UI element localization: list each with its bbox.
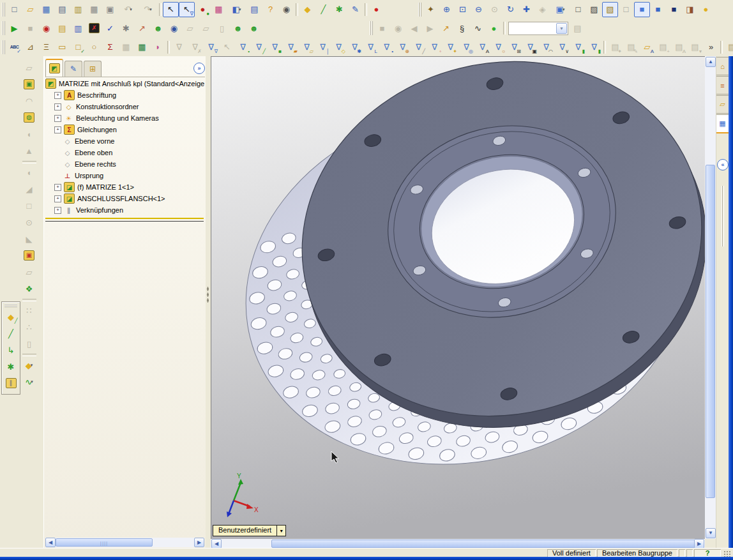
toggle-selection-filters[interactable]: ∇∇	[203, 40, 219, 55]
zoom-to-fit[interactable]: ✦	[423, 2, 439, 17]
no-hidden-lines[interactable]: □	[618, 2, 634, 17]
undo[interactable]: ↶▾	[118, 2, 138, 17]
rotate-3d[interactable]: ◈	[534, 2, 550, 17]
filter-select-arrow[interactable]: ↖	[219, 40, 235, 55]
make-drawing-from-part[interactable]: ▤	[54, 2, 70, 17]
filter-vertices[interactable]: ∇•	[235, 40, 251, 55]
wireframe[interactable]: □	[570, 2, 586, 17]
select[interactable]: ↖	[163, 2, 179, 17]
print[interactable]: ▦	[86, 2, 102, 17]
toolbar-overflow[interactable]: »	[703, 40, 719, 55]
filter-midpoints[interactable]: ∇•	[379, 40, 395, 55]
section-view[interactable]: ◨	[682, 2, 698, 17]
tree-expander[interactable]: +	[54, 207, 61, 214]
tree-item[interactable]: ⊥Ursprung	[45, 170, 205, 181]
tree-expander[interactable]: +	[54, 115, 61, 122]
quick-tips-help-icon[interactable]: ?	[694, 549, 721, 557]
filter-routing-points[interactable]: ∇▮	[586, 40, 602, 55]
options-list[interactable]: ▤	[246, 2, 262, 17]
filter-solid-bodies[interactable]: ∇▱	[299, 40, 315, 55]
tree-horizontal-scrollbar[interactable]: ◀ |||| ▶	[45, 538, 204, 547]
configurationmanager-tab[interactable]: ⊞	[84, 61, 102, 77]
annotation-new[interactable]: ▤✦	[607, 40, 623, 55]
filter-sketches[interactable]: ∇L	[363, 40, 379, 55]
tree-expander[interactable]: +	[54, 195, 61, 202]
simulation-calculate[interactable]: ◉	[390, 20, 406, 36]
feature-statistics[interactable]: ○	[86, 40, 102, 55]
measure[interactable]: ⊿	[22, 40, 38, 55]
tree-expander[interactable]: +	[54, 92, 61, 99]
approve-markup[interactable]: ✓	[102, 20, 118, 36]
zoom-in-out[interactable]: ⊕	[439, 2, 455, 17]
sketch[interactable]: ◆	[299, 2, 315, 17]
toolbar-drag-handle[interactable]	[2, 3, 5, 17]
filter-datums[interactable]: ∇▣	[522, 40, 538, 55]
filter-notes[interactable]: ∇A	[474, 40, 490, 55]
filter-faces[interactable]: ∇■	[267, 40, 283, 55]
import-diagnostics[interactable]: ▦	[118, 40, 134, 55]
animation-stop[interactable]: ■	[22, 20, 38, 36]
simulation-stop[interactable]: ■	[374, 20, 390, 36]
save[interactable]: ▦	[38, 2, 54, 17]
filter-axes[interactable]: ∇│	[315, 40, 331, 55]
hidden-lines-removed[interactable]: ▧	[602, 2, 618, 17]
scroll-right-button[interactable]: ▶	[694, 539, 704, 549]
curvature-check[interactable]: ◗	[150, 40, 166, 55]
viewport-horizontal-scrollbar[interactable]: ◀ ▶	[211, 539, 705, 549]
resize-grip[interactable]	[723, 550, 732, 557]
filter-balloons[interactable]: ∇○	[490, 40, 506, 55]
edrawings-globe[interactable]: ◉	[166, 20, 182, 36]
layers[interactable]: ▤	[724, 40, 733, 55]
mass-properties[interactable]: Ξ	[38, 40, 54, 55]
centerline-palette[interactable]: ╱	[3, 326, 19, 341]
mirror-components[interactable]: ▯	[21, 336, 37, 351]
fastener-with-points[interactable]: ▣	[21, 248, 37, 263]
filter-connection-points[interactable]: ∇▮	[570, 40, 586, 55]
pack-box-2[interactable]: ▱	[198, 20, 214, 36]
chevron-down-icon[interactable]: ▾	[239, 7, 241, 12]
simulationxpress-apple[interactable]: ●	[486, 20, 502, 36]
selection-filter-traffic-light[interactable]: ●●	[195, 2, 211, 17]
scroll-left-button[interactable]: ◀	[45, 538, 56, 547]
solidworks-resources-tab[interactable]: ⌂	[716, 57, 729, 75]
rollback-bar[interactable]	[45, 218, 204, 222]
filter-center-marks[interactable]: ∇⊕	[395, 40, 411, 55]
section-properties[interactable]: ▭	[54, 40, 70, 55]
design-table[interactable]: ▦	[134, 40, 150, 55]
filter-reference-points[interactable]: ∇◦	[427, 40, 442, 55]
tree-item[interactable]: +ΣGleichungen	[45, 124, 205, 135]
tree-item[interactable]: +◪(f) MATRIZE 1<1>	[45, 181, 205, 193]
propertymanager-tab[interactable]: ✎	[64, 61, 82, 77]
user-presence-2[interactable]: ☻	[230, 20, 246, 36]
chevron-down-icon[interactable]: ▾	[130, 7, 132, 12]
ink-gear[interactable]: ✱	[118, 20, 134, 36]
tree-expander[interactable]: +	[54, 184, 61, 191]
toolbar-drag-handle[interactable]	[418, 3, 421, 17]
filter-off[interactable]: ∇	[171, 40, 187, 55]
user-presence[interactable]: ☻	[150, 20, 166, 36]
shaded[interactable]: ■	[650, 2, 666, 17]
coordinate-system[interactable]: ↳	[3, 342, 19, 358]
delete-markup[interactable]: ✗	[86, 20, 102, 36]
check-document[interactable]: □✓	[70, 40, 86, 55]
pan[interactable]: ✚	[518, 2, 534, 17]
graphics-viewport[interactable]: Y X Benutzerdefiniert ▼	[211, 56, 706, 539]
hole-wizard[interactable]: ⊙	[21, 215, 37, 230]
edit-note[interactable]: ▥	[70, 20, 86, 36]
filter-edges[interactable]: ∇╱	[251, 40, 267, 55]
mate[interactable]: ∥	[3, 375, 19, 391]
animation-play[interactable]: ▶	[6, 20, 22, 36]
equations[interactable]: Σ	[102, 40, 118, 55]
attachments[interactable]: ▯	[214, 20, 230, 36]
filter-gtols[interactable]: ∇⊞	[506, 40, 522, 55]
tree-expander[interactable]: +	[54, 103, 61, 110]
tree-root-item[interactable]: ◩MATRIZE mit Anschluß kpl (Standard<Anze…	[45, 78, 205, 89]
zoom-to-area[interactable]: ⊡	[455, 2, 471, 17]
tree-item[interactable]: +∥Verknüpfungen	[45, 204, 205, 216]
select-with-filter[interactable]: ↖∇	[179, 2, 195, 17]
move-component[interactable]: ❖	[21, 281, 37, 296]
fillet[interactable]: ◖	[21, 165, 37, 180]
component-boxes[interactable]: ▱	[21, 264, 37, 280]
tree-item[interactable]: +◇Konstruktionsordner	[45, 101, 205, 112]
tree-item[interactable]: +ABeschriftung	[45, 89, 205, 101]
